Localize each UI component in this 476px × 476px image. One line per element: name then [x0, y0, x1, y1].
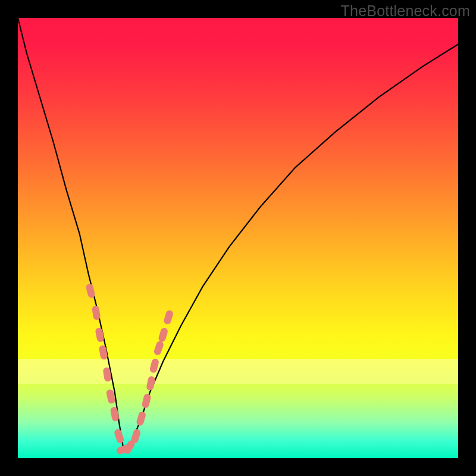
- watermark-text: TheBottleneck.com: [341, 2, 470, 20]
- curve-marker: [158, 327, 168, 343]
- curve-marker: [114, 428, 125, 444]
- curve-marker: [92, 305, 101, 321]
- curve-marker: [163, 309, 174, 325]
- curve-marker: [136, 411, 146, 426]
- bottleneck-curve: [18, 18, 458, 449]
- chart-frame: TheBottleneck.com: [0, 0, 476, 476]
- curve-marker: [85, 283, 96, 299]
- curve-marker: [99, 345, 108, 361]
- curve-marker: [149, 358, 159, 374]
- curve-marker: [153, 340, 164, 356]
- curve-marker: [146, 375, 155, 391]
- marker-group: [85, 283, 174, 455]
- curve-layer: [18, 18, 458, 458]
- curve-marker: [95, 327, 104, 343]
- curve-marker: [130, 428, 141, 444]
- curve-marker: [110, 406, 120, 422]
- curve-marker: [141, 393, 151, 409]
